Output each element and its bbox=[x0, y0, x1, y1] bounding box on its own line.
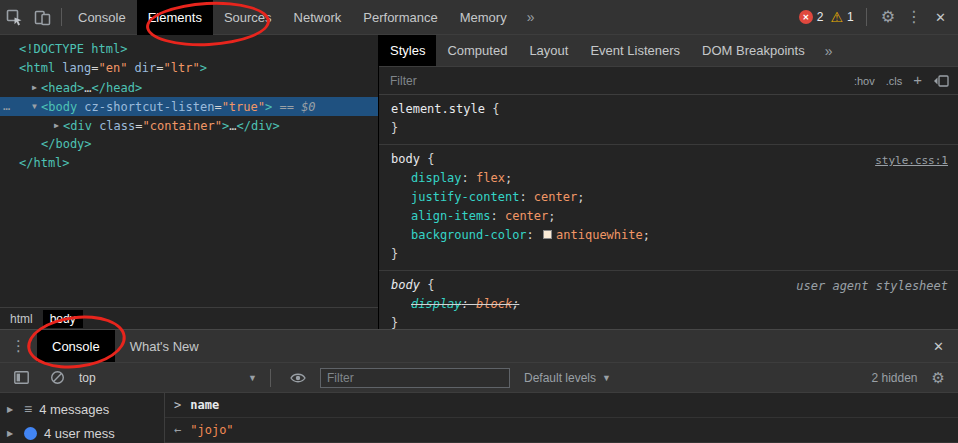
cls-toggle[interactable]: .cls bbox=[886, 75, 903, 87]
css-property[interactable]: background-color: antiquewhite; bbox=[391, 226, 948, 245]
hov-toggle[interactable]: :hov bbox=[854, 75, 875, 87]
computed-sidebar-toggle-icon[interactable] bbox=[933, 75, 949, 87]
more-tabs-button[interactable]: » bbox=[518, 0, 544, 35]
tab-elements[interactable]: Elements bbox=[137, 0, 213, 35]
color-swatch[interactable] bbox=[543, 230, 552, 239]
context-selector[interactable]: top ▼ bbox=[79, 371, 257, 385]
tree-row[interactable]: ▶<div class="container">…</div> bbox=[0, 116, 378, 135]
inspect-button[interactable] bbox=[1, 4, 27, 30]
tab-memory[interactable]: Memory bbox=[449, 0, 518, 35]
rule-close-brace: } bbox=[391, 245, 948, 264]
styles-toggles: :hov .cls + bbox=[854, 73, 949, 88]
code-token: "true" bbox=[222, 100, 265, 114]
console-sidebar-item[interactable]: ▶≡4 messages bbox=[0, 397, 164, 421]
console-sidebar-label: 4 user mess bbox=[44, 426, 115, 441]
hidden-count[interactable]: 2 hidden bbox=[872, 371, 918, 385]
device-toolbar-icon bbox=[34, 9, 51, 26]
breadcrumb-html[interactable]: html bbox=[3, 310, 40, 328]
warning-badge[interactable]: ⚠ 1 bbox=[831, 10, 854, 24]
panel-tabs: Console Elements Sources Network Perform… bbox=[67, 0, 543, 35]
code-token: ; bbox=[505, 171, 512, 185]
tab-performance[interactable]: Performance bbox=[352, 0, 448, 35]
drawer-close-button[interactable]: ✕ bbox=[919, 330, 958, 362]
rule-close-brace: } bbox=[391, 314, 948, 329]
code-token: cz-shortcut-listen bbox=[77, 100, 214, 114]
css-property[interactable]: display: block; bbox=[391, 295, 948, 314]
tab-computed[interactable]: Computed bbox=[436, 35, 518, 66]
tree-row[interactable]: ▶<head>…</head> bbox=[0, 78, 378, 97]
tree-row[interactable]: <!DOCTYPE html> bbox=[0, 40, 378, 59]
tab-dom-breakpoints[interactable]: DOM Breakpoints bbox=[691, 35, 816, 66]
console-sidebar-toggle-button[interactable] bbox=[8, 365, 34, 391]
console-message[interactable]: ←"jojo" bbox=[165, 418, 958, 443]
expand-arrow-icon[interactable]: ▶ bbox=[7, 429, 17, 438]
expand-arrow-icon[interactable]: ▶ bbox=[7, 405, 17, 414]
tree-row[interactable]: <html lang="en" dir="ltr"> bbox=[0, 59, 378, 78]
console-message[interactable]: >name bbox=[165, 393, 958, 418]
expand-arrow-icon[interactable]: ▶ bbox=[28, 78, 41, 97]
console-sidebar-label: 4 messages bbox=[39, 402, 109, 417]
css-property-value: block bbox=[476, 297, 512, 311]
styles-panel: Styles Computed Layout Event Listeners D… bbox=[378, 35, 958, 329]
css-property-value: antiquewhite bbox=[556, 228, 643, 242]
css-property[interactable]: justify-content: center; bbox=[391, 188, 948, 207]
device-toolbar-button[interactable] bbox=[29, 4, 55, 30]
css-selector[interactable]: body bbox=[391, 152, 420, 166]
tab-network[interactable]: Network bbox=[283, 0, 353, 35]
tab-styles[interactable]: Styles bbox=[379, 35, 436, 66]
css-property-value: center bbox=[534, 190, 577, 204]
tree-row[interactable]: </body> bbox=[0, 135, 378, 154]
styles-rules: element.style {}style.css:1body {display… bbox=[379, 95, 958, 329]
toolbar-divider bbox=[61, 8, 62, 26]
console-filter-input[interactable] bbox=[320, 368, 510, 388]
more-sidebar-tabs-button[interactable]: » bbox=[816, 35, 842, 66]
tab-layout[interactable]: Layout bbox=[518, 35, 579, 66]
expand-arrow-icon[interactable]: ▶ bbox=[50, 116, 63, 135]
code-token: : bbox=[490, 209, 504, 223]
css-rule: user agent stylesheetbody {display: bloc… bbox=[379, 271, 958, 329]
breadcrumb-body[interactable]: body bbox=[43, 310, 83, 328]
node-ellipsis[interactable]: … bbox=[3, 97, 10, 116]
result-arrow-icon: ← bbox=[174, 423, 181, 437]
tree-row[interactable]: …▼<body cz-shortcut-listen="true"> == $0 bbox=[0, 97, 378, 116]
code-token: <!DOCTYPE html> bbox=[19, 42, 127, 56]
code-token: "ltr" bbox=[164, 61, 200, 75]
stylesheet-link: user agent stylesheet bbox=[796, 277, 948, 296]
eye-icon bbox=[290, 372, 306, 384]
code-token: = bbox=[156, 61, 163, 75]
new-style-rule-button[interactable]: + bbox=[913, 71, 922, 88]
code-token: class bbox=[92, 119, 135, 133]
code-token: { bbox=[420, 152, 434, 166]
clear-console-button[interactable] bbox=[44, 365, 70, 391]
code-token: : bbox=[519, 190, 533, 204]
command-prompt-icon: > bbox=[174, 398, 181, 412]
drawer-menu-button[interactable]: ⋮ bbox=[0, 330, 37, 362]
console-sidebar-item[interactable]: ▶4 user mess bbox=[0, 421, 164, 443]
tree-row[interactable]: </html> bbox=[0, 154, 378, 173]
log-levels-value: Default levels bbox=[524, 371, 596, 385]
log-levels-dropdown[interactable]: Default levels ▼ bbox=[524, 371, 611, 385]
drawer-tab-console[interactable]: Console bbox=[37, 330, 115, 362]
context-selector-value: top bbox=[79, 371, 96, 385]
error-badge[interactable]: ✕ 2 bbox=[799, 10, 824, 24]
rule-close-brace: } bbox=[391, 119, 948, 138]
css-selector[interactable]: body bbox=[391, 278, 420, 292]
tab-console[interactable]: Console bbox=[67, 0, 137, 35]
css-property-name: display bbox=[411, 297, 462, 311]
tab-sources[interactable]: Sources bbox=[213, 0, 283, 35]
css-property[interactable]: align-items: center; bbox=[391, 207, 948, 226]
console-settings-button[interactable]: ⚙ bbox=[926, 369, 951, 387]
stylesheet-link[interactable]: style.css:1 bbox=[875, 151, 948, 170]
live-expression-button[interactable] bbox=[285, 365, 311, 391]
css-selector[interactable]: element.style bbox=[391, 102, 485, 116]
code-token: = bbox=[214, 100, 221, 114]
drawer-tab-whats-new[interactable]: What's New bbox=[115, 330, 214, 362]
expand-arrow-icon[interactable]: ▼ bbox=[28, 97, 41, 116]
code-token: { bbox=[485, 102, 499, 116]
tab-event-listeners[interactable]: Event Listeners bbox=[579, 35, 691, 66]
devtools-close-button[interactable]: ✕ bbox=[931, 10, 950, 25]
styles-filter-input[interactable] bbox=[388, 73, 854, 89]
css-property[interactable]: display: flex; bbox=[391, 169, 948, 188]
devtools-menu-button[interactable]: ⋮ bbox=[904, 9, 924, 25]
settings-button[interactable]: ⚙ bbox=[879, 9, 897, 25]
